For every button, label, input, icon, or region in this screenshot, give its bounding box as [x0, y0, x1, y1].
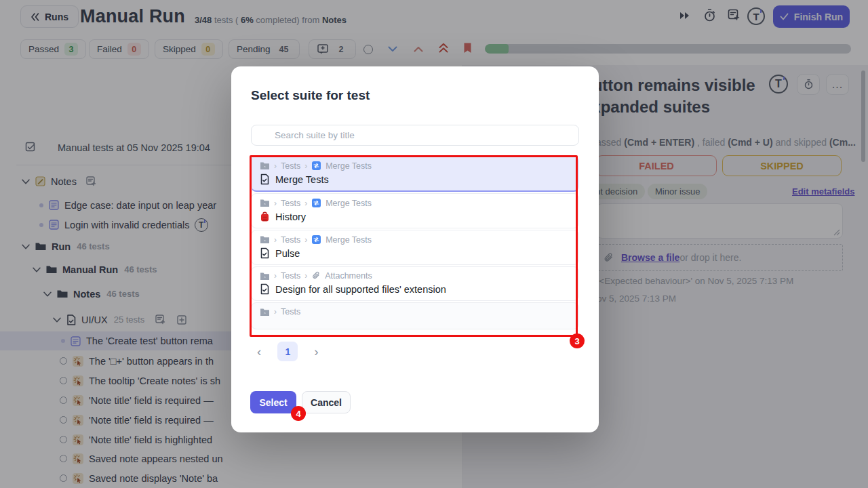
modal-title: Select suite for test — [251, 88, 370, 103]
select-button[interactable]: Select — [250, 391, 296, 413]
pagination: ‹ 1 › — [257, 342, 319, 361]
page-1-button[interactable]: 1 — [277, 342, 298, 361]
cancel-button[interactable]: Cancel — [302, 391, 351, 413]
annotation-box-suite-list — [250, 155, 578, 337]
app-window: Runs Manual Run 3/48 tests ( 6% complete… — [0, 0, 868, 488]
annotation-badge-3: 3 — [570, 333, 585, 348]
next-page-icon[interactable]: › — [314, 345, 318, 358]
prev-page-icon[interactable]: ‹ — [257, 345, 261, 358]
suite-search-input[interactable] — [251, 125, 579, 146]
annotation-badge-4: 4 — [291, 406, 306, 421]
